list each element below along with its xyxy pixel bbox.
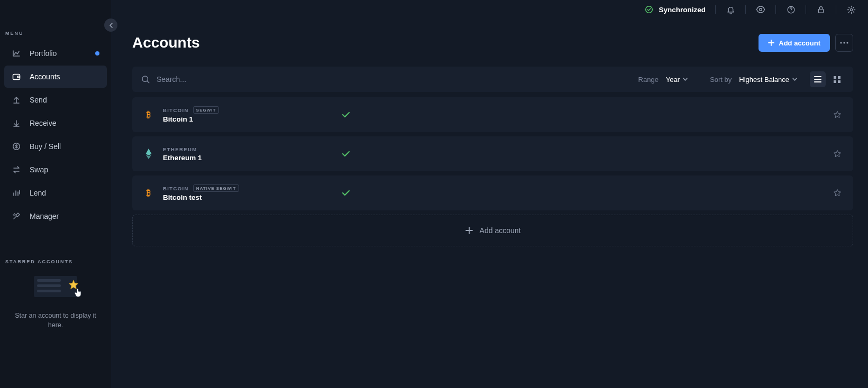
- chevron-left-icon: [109, 23, 113, 28]
- star-outline-icon: [833, 150, 842, 158]
- account-name: Ethereum 1: [163, 154, 332, 162]
- sidebar-item-lend[interactable]: Lend: [4, 182, 107, 204]
- svg-rect-14: [834, 80, 836, 83]
- dollar-circle-icon: [12, 142, 21, 151]
- swap-icon: [12, 165, 21, 174]
- sort-value: Highest Balance: [739, 76, 789, 84]
- divider: [836, 5, 836, 14]
- sidebar-item-receive[interactable]: Receive: [4, 112, 107, 134]
- star-button[interactable]: [833, 150, 842, 158]
- search-icon: [141, 75, 150, 84]
- svg-point-8: [840, 42, 842, 43]
- sidebar-item-manager[interactable]: Manager: [4, 205, 107, 227]
- check-icon: [342, 112, 350, 118]
- arrow-down-icon: [12, 118, 21, 128]
- range-label: Range: [638, 76, 659, 84]
- svg-point-7: [850, 8, 852, 11]
- coin-label: BITCOIN: [163, 186, 189, 191]
- svg-text:₿: ₿: [146, 110, 151, 119]
- divider: [745, 5, 746, 14]
- range-dropdown[interactable]: Year: [666, 76, 688, 84]
- sort-dropdown[interactable]: Highest Balance: [739, 76, 797, 84]
- grid-view-button[interactable]: [829, 71, 845, 87]
- sidebar-item-label: Swap: [30, 165, 48, 174]
- main-content: Synchronized Accounts Add acc: [111, 0, 868, 388]
- check-circle-icon: [645, 5, 653, 14]
- check-icon: [342, 190, 350, 196]
- notification-dot-icon: [95, 51, 99, 56]
- lock-button[interactable]: [816, 4, 826, 15]
- account-name: Bitcoin test: [163, 193, 332, 201]
- main-nav: Portfolio Accounts Send Receive B: [4, 42, 107, 227]
- account-list: ₿ BITCOIN SEGWIT Bitcoin 1: [132, 97, 853, 246]
- check-icon: [342, 151, 350, 157]
- cursor-hand-icon: [73, 288, 84, 298]
- account-name: Bitcoin 1: [163, 115, 332, 123]
- account-row[interactable]: ETHEREUM Ethereum 1: [132, 136, 853, 171]
- search-box: [141, 75, 631, 84]
- sort-label: Sort by: [710, 76, 732, 84]
- grid-icon: [834, 76, 840, 83]
- sync-status: Synchronized: [645, 5, 706, 14]
- plus-icon: [465, 226, 473, 235]
- sidebar-item-label: Send: [30, 96, 47, 104]
- svg-text:₿: ₿: [146, 188, 151, 197]
- bitcoin-icon: ₿: [144, 188, 153, 198]
- svg-rect-12: [834, 76, 836, 79]
- star-button[interactable]: [833, 110, 842, 119]
- sidebar-item-label: Lend: [30, 189, 46, 197]
- notifications-button[interactable]: [725, 4, 736, 15]
- sync-status-label: Synchronized: [659, 6, 706, 14]
- accounts-toolbar: Range Year Sort by Highest Balance: [132, 67, 853, 92]
- svg-rect-0: [13, 75, 20, 80]
- content-area: Accounts Add account Range Year: [111, 19, 868, 246]
- svg-point-9: [843, 42, 845, 43]
- sidebar-item-label: Accounts: [30, 72, 60, 81]
- more-options-button[interactable]: [835, 34, 853, 52]
- sidebar: MENU Portfolio Accounts Send Recei: [0, 0, 111, 388]
- list-icon: [814, 76, 821, 82]
- chevron-down-icon: [792, 78, 797, 81]
- lock-icon: [817, 5, 825, 14]
- sidebar-item-label: Manager: [30, 212, 59, 220]
- sidebar-collapse-button[interactable]: [104, 19, 117, 32]
- divider: [715, 5, 716, 14]
- svg-rect-13: [838, 76, 840, 79]
- search-input[interactable]: [157, 75, 315, 84]
- settings-button[interactable]: [846, 4, 856, 15]
- add-account-button[interactable]: Add account: [759, 34, 830, 52]
- account-meta: BITCOIN SEGWIT Bitcoin 1: [163, 106, 332, 123]
- page-header: Accounts Add account: [132, 34, 853, 52]
- sidebar-item-accounts[interactable]: Accounts: [4, 66, 107, 88]
- star-button[interactable]: [833, 189, 842, 197]
- sidebar-item-buy-sell[interactable]: Buy / Sell: [4, 135, 107, 158]
- bell-icon: [726, 5, 735, 14]
- account-meta: ETHEREUM Ethereum 1: [163, 146, 332, 162]
- sidebar-item-portfolio[interactable]: Portfolio: [4, 42, 107, 64]
- starred-section: STARRED ACCOUNTS Star an account to disp…: [4, 259, 107, 330]
- chart-line-icon: [12, 49, 21, 58]
- sidebar-item-swap[interactable]: Swap: [4, 159, 107, 181]
- svg-rect-1: [17, 76, 20, 78]
- starred-empty-illustration: [34, 276, 77, 297]
- help-circle-icon: [787, 5, 796, 14]
- tools-icon: [12, 211, 21, 221]
- star-outline-icon: [833, 189, 842, 197]
- coin-label: ETHEREUM: [163, 146, 197, 152]
- account-row[interactable]: ₿ BITCOIN SEGWIT Bitcoin 1: [132, 97, 853, 132]
- dots-horizontal-icon: [840, 42, 848, 44]
- menu-section-label: MENU: [4, 31, 107, 42]
- wallet-icon: [12, 72, 21, 81]
- account-row[interactable]: ₿ BITCOIN NATIVE SEGWIT Bitcoin test: [132, 175, 853, 210]
- list-view-button[interactable]: [810, 71, 826, 87]
- starred-empty-text: Star an account to display it here.: [4, 311, 107, 330]
- sidebar-item-label: Buy / Sell: [30, 142, 61, 151]
- sidebar-item-send[interactable]: Send: [4, 89, 107, 111]
- visibility-button[interactable]: [755, 4, 766, 15]
- help-button[interactable]: [785, 4, 796, 15]
- add-account-row[interactable]: Add account: [132, 215, 853, 246]
- account-badge: NATIVE SEGWIT: [193, 184, 240, 192]
- sidebar-item-label: Receive: [30, 119, 57, 127]
- svg-rect-15: [838, 80, 840, 83]
- view-toggle: [810, 71, 845, 87]
